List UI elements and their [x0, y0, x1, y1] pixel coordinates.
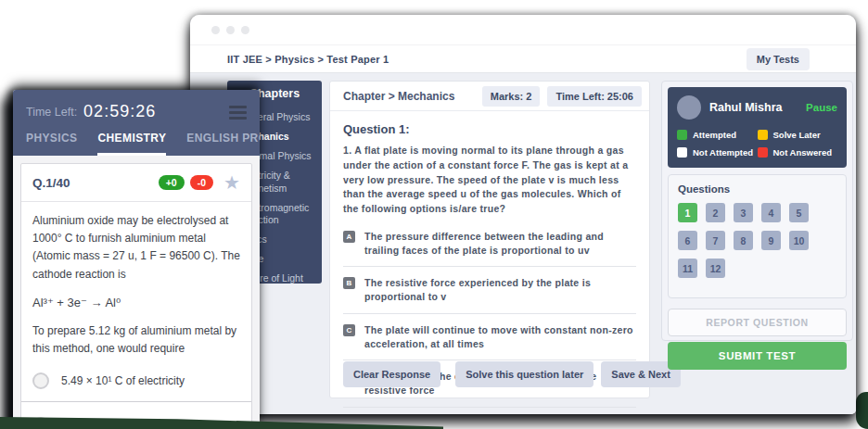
browser-window: IIT JEE > Physics > Test Paper 1 My Test…: [190, 15, 856, 414]
window-control-dot: [211, 26, 220, 34]
question-number-button[interactable]: 3: [734, 203, 753, 222]
answer-option[interactable]: B The resistive force experienced by the…: [343, 267, 636, 313]
status-panel: Rahul Mishra Pause Attempted Solve Later: [661, 81, 853, 341]
question-grid: 123456789101112: [678, 203, 812, 278]
option-letter-chip: A: [343, 231, 355, 243]
legend-label: Solve Later: [773, 130, 821, 140]
question-number-button[interactable]: 10: [789, 231, 809, 250]
question-card-header: Chapter > Mechanics Marks: 2 Time Left: …: [330, 82, 649, 111]
mobile-test-window: Time Left: 02:59:26 PHYSICSCHEMISTRYENGL…: [13, 90, 260, 429]
window-control-dot: [226, 26, 235, 34]
chapter-breadcrumb: Chapter > Mechanics: [343, 90, 475, 103]
question-number-button[interactable]: 9: [761, 231, 781, 250]
answer-option[interactable]: A The pressure difference between the le…: [343, 221, 636, 267]
subject-tab[interactable]: PHYSICS: [26, 132, 77, 156]
mobile-answer-option[interactable]: 5.49 × 10¹ C of electricity: [21, 360, 251, 402]
reaction-formula: Al³⁺ + 3e⁻ → Al⁰: [21, 284, 251, 309]
question-number-button[interactable]: 11: [678, 259, 697, 278]
window-control-dot: [241, 26, 249, 34]
hamburger-menu-icon[interactable]: [229, 104, 247, 120]
screenshot-canvas: IIT JEE > Physics > Test Paper 1 My Test…: [0, 0, 868, 429]
mobile-question-followup: To prepare 5.12 kg of aluminium metal by…: [21, 309, 251, 358]
question-text: 1. A flat plate is moving normal to its …: [343, 144, 636, 217]
legend-label: Not Answered: [773, 147, 833, 158]
subject-tabs: PHYSICSCHEMISTRYENGLISH PROFICIENCY: [26, 132, 260, 156]
mobile-option-text: 5.49 × 10¹ C of electricity: [61, 374, 185, 387]
user-name: Rahul Mishra: [709, 101, 783, 114]
mobile-question-text: Aluminium oxide may be electrolysed at 1…: [21, 202, 251, 284]
question-number-button[interactable]: 4: [761, 203, 781, 222]
time-left-badge: Time Left: 25:06: [547, 86, 642, 107]
status-legend: Attempted Solve Later Not Attempted Not …: [677, 130, 837, 158]
mobile-question-card: Q.1/40 +0 -0 ★ Aluminium oxide may be el…: [20, 163, 252, 429]
submit-test-button[interactable]: SUBMIT TEST: [668, 342, 847, 370]
question-footer: Clear Response Solve this question later…: [343, 361, 641, 387]
solve-later-button[interactable]: Solve this question later: [455, 361, 594, 387]
pause-button[interactable]: Pause: [806, 102, 837, 113]
option-text: The plate will continue to move with con…: [364, 323, 636, 351]
legend-swatch: [758, 130, 768, 140]
clear-response-button[interactable]: Clear Response: [343, 361, 440, 387]
legend-label: Attempted: [693, 130, 736, 140]
answer-option[interactable]: C The plate will continue to move with c…: [343, 314, 636, 360]
radio-button-icon[interactable]: [32, 372, 49, 389]
option-letter-chip: C: [343, 324, 355, 336]
my-tests-button[interactable]: My Tests: [747, 48, 810, 70]
timer-row: Time Left: 02:59:26: [26, 102, 247, 121]
main-content-area: Chapters General PhysicsMechanicsThermal…: [190, 73, 856, 414]
legend-swatch: [758, 147, 768, 158]
question-number-button[interactable]: 2: [706, 203, 725, 222]
question-title: Question 1:: [343, 122, 636, 136]
report-question-button[interactable]: REPORT QUESTION: [668, 309, 847, 336]
legend-label: Not Attempted: [693, 147, 753, 158]
question-number-button[interactable]: 7: [706, 231, 725, 250]
legend-item: Not Attempted: [677, 147, 758, 158]
questions-title: Questions: [678, 183, 836, 195]
questions-box: Questions 123456789101112: [668, 174, 847, 298]
legend-swatch: [677, 130, 687, 140]
option-text: The resistive force experienced by the p…: [364, 276, 636, 304]
option-letter-chip: B: [343, 277, 355, 289]
marks-badge: Marks: 2: [482, 86, 541, 107]
avatar: [677, 95, 701, 120]
legend-item: Attempted: [677, 130, 758, 140]
question-number-button[interactable]: 5: [789, 203, 809, 222]
question-number-button[interactable]: 6: [678, 231, 697, 250]
mobile-question-header: Q.1/40 +0 -0 ★: [21, 164, 251, 202]
subject-tab[interactable]: CHEMISTRY: [97, 132, 166, 156]
browser-chrome-bar: [190, 15, 856, 44]
question-number-button[interactable]: 12: [706, 259, 725, 278]
bookmark-star-icon[interactable]: ★: [223, 173, 240, 192]
positive-marks-badge: +0: [159, 175, 185, 190]
user-card: Rahul Mishra Pause Attempted Solve Later: [668, 87, 847, 168]
question-number-button[interactable]: 1: [678, 203, 697, 222]
time-left-value: 02:59:26: [83, 102, 156, 121]
breadcrumb[interactable]: IIT JEE > Physics > Test Paper 1: [227, 54, 389, 65]
question-counter: Q.1/40: [32, 176, 70, 190]
legend-item: Solve Later: [758, 130, 838, 140]
plant-leaf-decoration: [856, 392, 868, 429]
legend-swatch: [677, 147, 687, 158]
option-text: The pressure difference between the lead…: [364, 230, 636, 258]
mobile-header: Time Left: 02:59:26 PHYSICSCHEMISTRYENGL…: [13, 90, 260, 156]
negative-marks-badge: -0: [190, 175, 213, 190]
question-card: Chapter > Mechanics Marks: 2 Time Left: …: [329, 81, 650, 398]
subject-tab[interactable]: ENGLISH PROFICIENCY: [186, 132, 260, 156]
time-left-label: Time Left:: [26, 106, 77, 119]
legend-item: Not Answered: [758, 147, 838, 158]
user-row: Rahul Mishra Pause: [677, 95, 837, 120]
top-nav-bar: IIT JEE > Physics > Test Paper 1 My Test…: [190, 44, 856, 73]
mobile-body: Q.1/40 +0 -0 ★ Aluminium oxide may be el…: [13, 156, 260, 429]
question-number-button[interactable]: 8: [734, 231, 753, 250]
